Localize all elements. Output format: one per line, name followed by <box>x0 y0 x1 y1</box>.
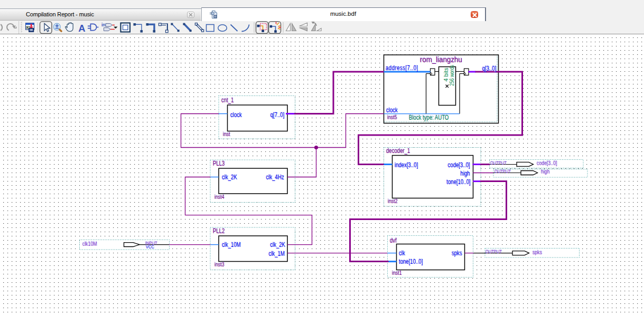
svg-text:in: in <box>101 22 106 27</box>
svg-text:A: A <box>78 23 85 34</box>
svg-text:256 words: 256 words <box>449 65 455 86</box>
